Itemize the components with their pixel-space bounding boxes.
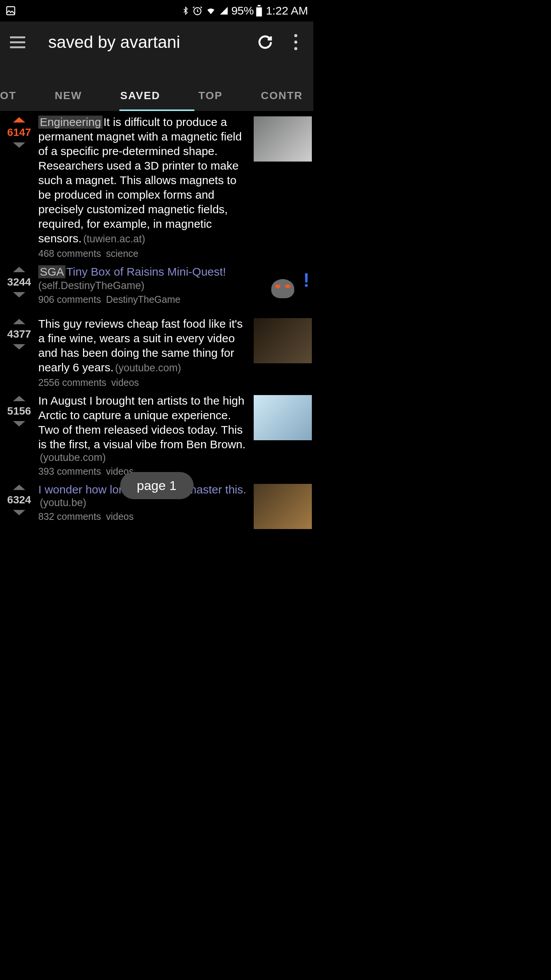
downvote-icon[interactable] <box>13 344 25 350</box>
post-thumbnail[interactable] <box>254 395 312 440</box>
post-subreddit: science <box>106 248 139 259</box>
upvote-icon[interactable] <box>13 117 25 122</box>
post-item[interactable]: 4377 This guy reviews cheap fast food li… <box>0 313 313 390</box>
svg-rect-2 <box>256 7 262 16</box>
post-domain: (self.DestinyTheGame) <box>38 280 249 292</box>
post-domain: (youtu.be) <box>40 497 86 508</box>
post-score: 5156 <box>7 405 31 417</box>
post-flair: Engineering <box>38 116 103 129</box>
tab-underline <box>119 109 194 111</box>
post-thumbnail[interactable] <box>254 318 312 363</box>
tab-top[interactable]: TOP <box>179 90 242 111</box>
upvote-icon[interactable] <box>13 319 25 324</box>
post-meta[interactable]: 832 comments videos <box>38 511 249 522</box>
thumbnail-column <box>251 482 313 529</box>
status-left <box>5 5 181 16</box>
post-score: 4377 <box>7 328 31 340</box>
post-subreddit: DestinyTheGame <box>106 294 181 305</box>
post-comments: 832 comments <box>38 511 101 522</box>
post-thumbnail[interactable] <box>254 116 312 162</box>
post-list: 6147 EngineeringIt is difficult to produ… <box>0 111 313 531</box>
post-score: 6147 <box>7 126 31 139</box>
page-title: saved by avartani <box>33 33 250 52</box>
post-title: It is difficult to produce a permanent m… <box>38 116 242 245</box>
svg-rect-4 <box>256 7 262 8</box>
downvote-icon[interactable] <box>13 142 25 148</box>
svg-rect-0 <box>7 7 15 15</box>
clock: 1:22 AM <box>266 4 308 17</box>
post-item[interactable]: 5156 In August I brought ten artists to … <box>0 390 313 479</box>
exclaim-icon: ! <box>303 269 310 291</box>
bluetooth-icon <box>181 5 190 16</box>
svg-rect-3 <box>258 5 261 7</box>
post-title-line[interactable]: SGATiny Box of Raisins Mini-Quest! <box>38 265 249 279</box>
post-comments: 2556 comments <box>38 377 106 388</box>
overflow-button[interactable] <box>280 27 311 57</box>
vote-column: 4377 <box>0 317 38 388</box>
more-icon <box>294 34 297 50</box>
post-title-line[interactable]: This guy reviews cheap fast food like it… <box>38 317 249 375</box>
status-right: 95% 1:22 AM <box>181 4 308 17</box>
post-content: SGATiny Box of Raisins Mini-Quest! (self… <box>38 265 251 311</box>
post-title: Tiny Box of Raisins Mini-Quest! <box>66 265 226 278</box>
refresh-button[interactable] <box>250 27 280 57</box>
wifi-icon <box>205 6 217 15</box>
battery-percentage: 95% <box>231 4 254 17</box>
thumbnail-column: ! <box>251 265 313 311</box>
signal-icon <box>219 6 229 15</box>
downvote-icon[interactable] <box>13 421 25 426</box>
downvote-icon[interactable] <box>13 292 25 297</box>
post-meta[interactable]: 2556 comments videos <box>38 377 249 388</box>
post-subreddit: videos <box>106 511 134 522</box>
post-content: EngineeringIt is difficult to produce a … <box>38 115 251 259</box>
post-comments: 906 comments <box>38 294 101 305</box>
post-thumbnail[interactable] <box>254 484 312 529</box>
post-score: 6324 <box>7 494 31 506</box>
post-domain: (tuwien.ac.at) <box>83 233 145 245</box>
post-item[interactable]: 6147 EngineeringIt is difficult to produ… <box>0 111 313 261</box>
thumbnail-column <box>251 394 313 477</box>
post-domain: (youtube.com) <box>40 452 106 463</box>
vote-column: 5156 <box>0 394 38 477</box>
post-comments: 468 comments <box>38 248 101 259</box>
vote-column: 3244 <box>0 265 38 311</box>
post-thumbnail[interactable]: ! <box>254 266 312 311</box>
thumbnail-column <box>251 317 313 388</box>
picture-icon <box>5 5 16 16</box>
post-subreddit: videos <box>111 377 139 388</box>
upvote-icon[interactable] <box>13 396 25 401</box>
status-bar: 95% 1:22 AM <box>0 0 313 21</box>
tab-controversial[interactable]: CONTR <box>242 90 303 111</box>
post-domain: (youtube.com) <box>115 362 181 374</box>
post-score: 3244 <box>7 276 31 288</box>
tab-new[interactable]: NEW <box>36 90 101 111</box>
snoo-icon <box>271 279 294 298</box>
battery-icon <box>256 5 262 16</box>
tab-saved[interactable]: SAVED <box>101 90 179 111</box>
downvote-icon[interactable] <box>13 510 25 515</box>
post-content: This guy reviews cheap fast food like it… <box>38 317 251 388</box>
tab-bar: OT NEW SAVED TOP CONTR <box>0 63 313 111</box>
post-meta[interactable]: 468 comments science <box>38 248 249 259</box>
vote-column: 6147 <box>0 115 38 259</box>
post-title-line[interactable]: EngineeringIt is difficult to produce a … <box>38 115 249 246</box>
upvote-icon[interactable] <box>13 485 25 490</box>
vote-column: 6324 <box>0 482 38 529</box>
app-header: saved by avartani <box>0 21 313 63</box>
tab-hot[interactable]: OT <box>0 90 36 111</box>
post-content: In August I brought ten artists to the h… <box>38 394 251 477</box>
upvote-icon[interactable] <box>13 267 25 272</box>
post-flair: SGA <box>38 265 65 278</box>
thumbnail-column <box>251 115 313 259</box>
post-comments: 393 comments <box>38 466 101 477</box>
post-meta[interactable]: 906 comments DestinyTheGame <box>38 294 249 305</box>
post-title-line[interactable]: In August I brought ten artists to the h… <box>38 394 249 464</box>
post-item[interactable]: 3244 SGATiny Box of Raisins Mini-Quest! … <box>0 261 313 313</box>
alarm-icon <box>192 5 203 16</box>
post-title: In August I brought ten artists to the h… <box>38 394 246 451</box>
page-indicator: page 1 <box>120 472 194 499</box>
menu-button[interactable] <box>2 27 33 57</box>
